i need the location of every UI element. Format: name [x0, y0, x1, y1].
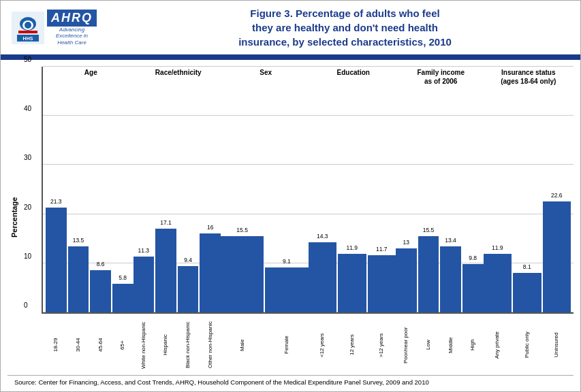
- bar-value-label: 5.8: [110, 274, 136, 281]
- x-bar-label: Poor/near poor: [403, 318, 410, 372]
- bar-col-4-2: 13.4Middle: [440, 67, 461, 312]
- bar-1-0: 11.3: [134, 257, 155, 312]
- bar-col-1-2: 9.4Black non-Hispanic: [178, 67, 199, 312]
- bar-group-2: 15.5Male9.1Female: [221, 67, 309, 312]
- bar-5-2: 22.6: [543, 201, 571, 312]
- svg-point-3: [25, 22, 31, 29]
- ahrq-subtext: Advancing Excellence in Health Care: [56, 27, 88, 46]
- chart-container: Percentage 0102030405021.318-2913.530-44…: [1, 60, 580, 391]
- bar-value-label: 14.3: [305, 233, 339, 240]
- bar-value-label: 11.9: [335, 244, 369, 251]
- bar-3-1: 11.9: [338, 254, 366, 312]
- svg-rect-4: [18, 31, 37, 33]
- bar-1-3: 16: [200, 233, 221, 312]
- bar-value-label: 9.1: [261, 258, 313, 265]
- bar-col-1-1: 17.1Hispanic: [155, 67, 176, 312]
- x-bar-label: 12 years: [349, 318, 356, 372]
- bar-col-2-0: 15.5Male: [221, 67, 264, 312]
- group-bars-1: 11.3White non-Hispanic17.1Hispanic9.4Bla…: [134, 67, 221, 312]
- x-bar-label: Any private: [494, 318, 501, 372]
- bar-5-0: 11.9: [484, 254, 512, 312]
- bar-col-2-1: 9.1Female: [265, 67, 308, 312]
- x-bar-label: Black non-Hispanic: [185, 318, 191, 372]
- x-bar-label: 45-64: [97, 318, 104, 372]
- bar-value-label: 11.7: [364, 246, 398, 252]
- bar-3-0: 14.3: [309, 242, 337, 312]
- group-bars-3: 14.3<12 years11.912 years11.7>12 years: [309, 67, 396, 312]
- x-bar-label: Low: [425, 318, 432, 372]
- x-bar-label: Uninsured: [553, 318, 560, 372]
- x-bar-label: Middle: [447, 318, 454, 372]
- bar-col-3-1: 11.912 years: [338, 67, 366, 312]
- bar-value-label: 13.4: [438, 237, 463, 244]
- bar-1-1: 17.1: [155, 229, 176, 312]
- x-bar-label: 65+: [119, 318, 126, 372]
- x-bar-label: 18-29: [53, 318, 60, 372]
- group-bars-5: 11.9Any private8.1Public only22.6Uninsur…: [484, 67, 571, 312]
- bar-col-0-3: 5.865+: [112, 67, 134, 312]
- group-bars-4: 13Poor/near poor15.5Low13.4Middle9.8High: [396, 67, 484, 312]
- bar-value-label: 22.6: [539, 192, 574, 199]
- y-axis-label: Percentage: [7, 60, 21, 375]
- bar-5-1: 8.1: [513, 273, 541, 312]
- bar-value-label: 13.5: [66, 237, 91, 244]
- bar-group-4: 13Poor/near poor15.5Low13.4Middle9.8High: [396, 67, 484, 312]
- header: HHS AHRQ Advancing Excellence in Health …: [1, 1, 580, 56]
- x-bar-label: >12 years: [378, 318, 385, 372]
- bar-4-3: 9.8: [462, 264, 484, 312]
- bar-col-4-0: 13Poor/near poor: [396, 67, 417, 312]
- y-tick-label: 30: [24, 154, 31, 161]
- bar-4-0: 13: [396, 248, 417, 312]
- ahrq-logo: AHRQ Advancing Excellence in Health Care: [47, 10, 97, 46]
- bar-col-5-1: 8.1Public only: [513, 67, 541, 312]
- group-bars-0: 21.318-2913.530-448.645-645.865+: [46, 67, 134, 312]
- bar-4-2: 13.4: [440, 246, 461, 312]
- bar-0-3: 5.8: [112, 284, 134, 312]
- y-tick-label: 40: [24, 105, 31, 112]
- y-tick-label: 50: [24, 56, 31, 63]
- bar-value-label: 11.3: [131, 247, 156, 254]
- bar-col-3-0: 14.3<12 years: [309, 67, 337, 312]
- bar-value-label: 9.4: [176, 257, 201, 263]
- bar-4-1: 15.5: [418, 236, 439, 312]
- bar-value-label: 13: [394, 239, 419, 246]
- bar-value-label: 21.3: [44, 198, 69, 205]
- y-tick-label: 20: [24, 203, 31, 210]
- x-bar-label: Public only: [524, 318, 531, 372]
- x-bar-label: Other non-Hispanic: [207, 318, 214, 372]
- bar-value-label: 9.8: [460, 255, 486, 261]
- chart-title: Figure 3. Percentage of adults who feel …: [121, 6, 569, 49]
- bar-value-label: 17.1: [153, 219, 178, 226]
- bar-col-0-2: 8.645-64: [90, 67, 111, 312]
- x-bar-label: Hispanic: [163, 318, 170, 372]
- plot-area: 0102030405021.318-2913.530-448.645-645.8…: [42, 67, 574, 314]
- svg-text:HHS: HHS: [23, 36, 33, 41]
- bar-group-0: 21.318-2913.530-448.645-645.865+: [46, 67, 134, 312]
- bar-value-label: 8.1: [510, 263, 544, 270]
- bar-col-4-3: 9.8High: [462, 67, 484, 312]
- x-bar-label: 30-44: [75, 318, 82, 372]
- y-tick-label: 0: [24, 301, 28, 309]
- bars-area: 21.318-2913.530-448.645-645.865+11.3Whit…: [43, 67, 574, 312]
- bar-value-label: 15.5: [416, 227, 441, 233]
- bar-col-4-1: 15.5Low: [418, 67, 439, 312]
- bar-0-0: 21.3: [46, 208, 67, 312]
- bar-value-label: 8.6: [88, 261, 113, 267]
- bar-1-2: 9.4: [178, 266, 199, 312]
- source-footer: Source: Center for Financing, Access, an…: [7, 375, 574, 389]
- ahrq-text: AHRQ: [47, 10, 97, 27]
- x-bar-label: <12 years: [319, 318, 326, 372]
- bar-0-2: 8.6: [90, 270, 111, 312]
- bar-col-1-3: 16Other non-Hispanic: [200, 67, 221, 312]
- bar-value-label: 11.9: [480, 244, 514, 251]
- bar-2-1: 9.1: [265, 267, 308, 312]
- y-tick-label: 10: [24, 252, 31, 259]
- bar-col-3-2: 11.7>12 years: [368, 67, 396, 312]
- bar-2-0: 15.5: [221, 236, 264, 312]
- hhs-logo: HHS: [12, 12, 44, 44]
- x-bar-label: White non-Hispanic: [140, 318, 147, 372]
- page-container: HHS AHRQ Advancing Excellence in Health …: [0, 0, 581, 392]
- bar-col-5-2: 22.6Uninsured: [543, 67, 571, 312]
- bar-3-2: 11.7: [368, 255, 396, 312]
- bar-col-0-1: 13.530-44: [68, 67, 89, 312]
